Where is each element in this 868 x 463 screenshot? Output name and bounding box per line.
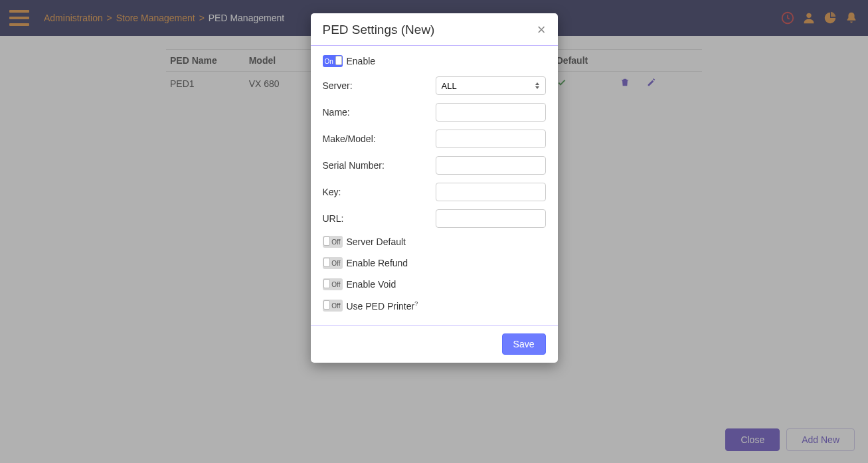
model-input[interactable] [436,130,546,148]
close-icon[interactable]: × [537,23,546,37]
save-button[interactable]: Save [502,333,546,355]
enable-refund-label: Enable Refund [347,258,408,268]
ped-settings-modal: PED Settings (New) × On Enable Server: A… [311,13,558,363]
toggle-state-label: On [325,58,333,65]
enable-toggle[interactable]: On [323,55,343,67]
name-input[interactable] [436,103,546,122]
url-label: URL: [323,213,436,224]
key-input[interactable] [436,183,546,201]
enable-label: Enable [347,56,376,66]
enable-void-toggle[interactable]: Off [323,278,343,290]
enable-refund-toggle[interactable]: Off [323,257,343,269]
modal-body: On Enable Server: ALL Name: Make/Model: … [311,46,558,325]
server-default-label: Server Default [347,236,406,247]
use-printer-toggle[interactable]: Off [323,300,343,312]
serial-input[interactable] [436,156,546,175]
toggle-state-label: Off [331,260,340,267]
modal-header: PED Settings (New) × [311,13,558,46]
modal-title: PED Settings (New) [323,23,435,37]
url-input[interactable] [436,209,546,228]
help-icon[interactable]: ? [414,300,418,307]
serial-label: Serial Number: [323,160,436,171]
server-select[interactable]: ALL [436,76,546,95]
server-default-toggle[interactable]: Off [323,236,343,248]
model-label: Make/Model: [323,134,436,144]
modal-footer: Save [311,325,558,363]
key-label: Key: [323,187,436,197]
enable-void-label: Enable Void [347,279,396,290]
server-label: Server: [323,80,436,91]
toggle-state-label: Off [331,281,340,288]
use-printer-label: Use PED Printer? [347,300,418,312]
name-label: Name: [323,107,436,118]
toggle-state-label: Off [331,238,340,246]
toggle-state-label: Off [331,302,340,310]
